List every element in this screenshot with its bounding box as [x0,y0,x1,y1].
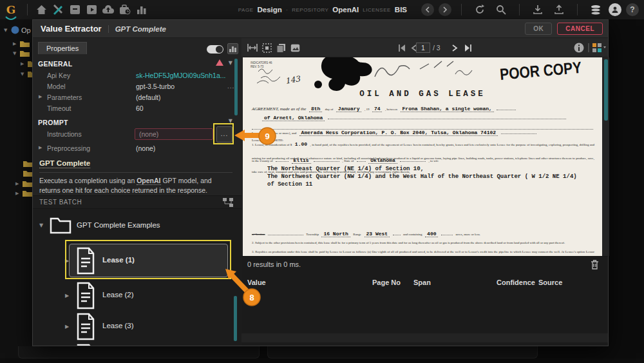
gpt-complete-link[interactable]: GPT Complete [39,159,90,168]
caret-right-icon[interactable]: ▶ [65,324,69,329]
caret-right-icon[interactable]: ▶ [39,145,42,150]
help-icon[interactable]: ? [626,3,639,16]
tree-folder-label[interactable]: GPT Complete Examples [77,221,160,229]
search-icon[interactable] [493,3,509,17]
section-general[interactable]: GENERAL [38,60,72,68]
poor-copy-stamp: POOR COPY [499,58,582,84]
column-header-value[interactable]: Value [247,279,266,286]
prop-value-timeout[interactable]: 60 [136,104,144,112]
page-number-input[interactable]: 1 [416,43,430,53]
column-header-source[interactable]: Source [538,279,562,286]
prop-label-instructions[interactable]: Instructions [47,130,82,138]
next-page-icon[interactable] [449,42,460,54]
advanced-toggle[interactable] [207,45,223,54]
openai-link[interactable]: OpenAI [137,177,160,185]
column-header-pageno[interactable]: Page No [372,279,401,286]
background-tree-folder[interactable] [23,170,33,177]
prop-label-parameters[interactable]: Parameters [47,93,82,101]
prop-label-timeout[interactable]: Timeout [47,104,71,112]
caret-right-icon: ▶ [13,41,18,46]
upload-icon[interactable] [551,3,567,17]
ink-blob-and-marks [304,57,491,91]
background-tree-folder[interactable]: ▼ [13,50,30,57]
grooper-logo[interactable]: G [0,3,22,16]
prop-value-apikey[interactable]: sk-HeDF5JgMJOi09uSnh1a... [136,72,225,79]
hierarchy-icon[interactable] [223,198,233,210]
tab-properties[interactable]: Properties [38,42,87,54]
last-page-icon[interactable] [462,42,474,54]
column-header-confidence[interactable]: Confidence [497,279,535,286]
results-status: 0 results in 0 ms. [247,260,301,268]
properties-scrollbar-thumb[interactable] [234,59,238,115]
results-hscrollbar-track[interactable] [242,333,608,342]
tree-item-label[interactable]: Lease (2) [102,291,134,299]
caret-down-icon[interactable]: ▼ [39,222,43,228]
prop-value-preprocessing[interactable]: (none) [136,144,155,152]
viewer-scrollbar-track[interactable] [603,57,609,256]
upload-cloud-icon[interactable] [100,3,117,17]
histogram-icon[interactable] [227,43,238,54]
highlight-box-lease1 [65,240,231,279]
selection-region-icon[interactable] [261,42,272,54]
chevron-down-icon[interactable]: ▼ [229,60,232,66]
caret-right-icon[interactable]: ▶ [39,94,42,99]
first-page-icon[interactable] [396,42,408,54]
prop-value-model[interactable]: gpt-3.5-turbo [136,83,175,90]
archive-box-icon[interactable] [66,3,83,17]
section-prompt[interactable]: PROMPT [38,119,68,126]
folder-icon [23,160,33,167]
clear-results-icon[interactable] [591,260,599,272]
prop-value-parameters[interactable]: (default) [136,93,161,101]
dialog-header: Value Extractor GPT Complete OK CANCEL [33,20,608,38]
cancel-button[interactable]: CANCEL [557,23,603,35]
extractor-description: Executes a completion using an OpenAI GP… [39,176,234,195]
tree-item-label[interactable]: Lease (3) [102,322,134,329]
home-icon[interactable] [33,3,50,17]
column-header-span[interactable]: Span [413,279,431,286]
page-label: PAGE [238,7,254,13]
legal-description-line: The Northwest Quarter (NW 1/4) and the W… [267,173,577,180]
toggle-knob [216,46,223,53]
tree-scrollbar-thumb[interactable] [234,296,237,341]
document-viewer: 1 / 3 INDICATORS 46 REV. 5-73 143 [242,38,608,346]
description-text: Executes a completion using an [39,177,137,184]
folder-icon [23,170,33,177]
repository-value[interactable]: OpenAI [332,6,359,14]
bar-chart-icon[interactable] [133,3,150,17]
info-icon[interactable] [573,42,585,54]
lease-document-page[interactable]: INDICATORS 46 REV. 5-73 143 POOR COPY OI… [243,57,602,256]
prop-label-model[interactable]: Model [47,83,66,90]
copy-pages-icon[interactable] [275,42,287,54]
background-tree-folder[interactable]: ▶ [15,180,32,187]
tools-icon[interactable] [50,3,66,17]
prop-label-preprocessing[interactable]: Preprocessing [47,144,90,152]
background-tree-folder[interactable] [23,160,33,167]
briefcase-clock-icon[interactable] [117,3,133,17]
forward-button[interactable] [439,3,451,16]
media-box-icon[interactable] [83,3,100,17]
refresh-icon[interactable] [471,3,488,17]
ok-button[interactable]: OK [525,23,552,35]
folder-icon [20,50,30,57]
properties-panel: Properties GENERAL ▼ Api Key sk-HeDF5JgM… [33,38,242,346]
fit-width-icon[interactable] [247,42,258,54]
instructions-input[interactable]: (none) [135,128,213,140]
image-icon[interactable] [289,42,301,54]
caret-right-icon[interactable]: ▶ [65,293,69,299]
background-tree-folder[interactable]: ▶ [13,40,30,47]
user-avatar-icon[interactable] [609,3,621,16]
background-tree-folder[interactable]: ▶ [15,190,32,197]
logo-letter: G [6,3,16,16]
model-more-button[interactable]: ... [227,83,234,90]
back-button[interactable] [421,3,434,16]
background-tree-root[interactable]: ▼ Op [4,26,31,34]
toolbar-divider [461,4,462,15]
layers-layout-icon[interactable] [592,42,607,54]
database-icon[interactable] [587,3,604,17]
handwriting-squiggle [256,66,301,86]
download-icon[interactable] [529,3,546,17]
page-value[interactable]: Design [258,6,282,14]
highlight-box-instructions-more [213,123,234,144]
prop-label-apikey[interactable]: Api Key [47,72,70,79]
viewer-scrollbar-thumb[interactable] [604,59,608,121]
